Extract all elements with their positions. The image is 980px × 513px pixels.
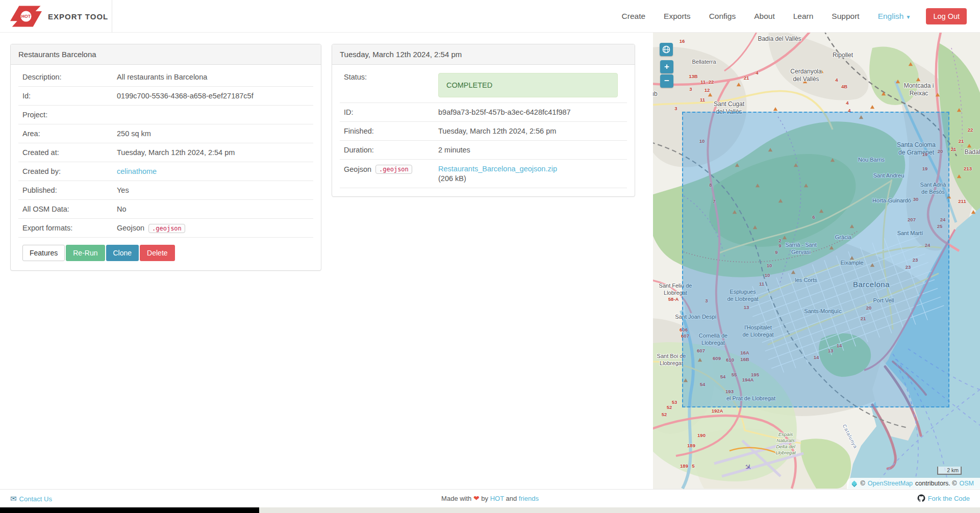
friends-link[interactable]: friends (519, 495, 539, 502)
run-id-row: ID: b9af9a73-b25f-457b-a3ec-6428fc41f987 (340, 103, 627, 122)
logout-button[interactable]: Log Out (926, 8, 967, 24)
features-button[interactable]: Features (22, 245, 65, 261)
road-number-label: 12 (705, 87, 710, 93)
road-number-label: 190 (697, 432, 706, 438)
place-label: Sant Boi deLlobregat (657, 353, 686, 367)
nav-item-exports[interactable]: Exports (664, 12, 691, 20)
road-number-label: 13B (689, 73, 697, 79)
zoom-in-button[interactable]: + (660, 60, 673, 73)
nav-items: CreateExportsConfigsAboutLearnSupport (604, 12, 860, 21)
openstreetmap-link[interactable]: OpenStreetMap (868, 480, 913, 487)
run-id-value: b9af9a73-b25f-457b-a3ec-6428fc41f987 (438, 108, 571, 116)
road-number-label: 11 (700, 79, 706, 85)
place-label: Cerdanyoladel Vallès (790, 68, 821, 83)
run-details-panel: Tuesday, March 12th 2024, 2:54 pm Status… (332, 44, 635, 197)
road-number-label: 21 (744, 75, 749, 81)
road-number-label: 3 (674, 106, 677, 111)
nav-item-support[interactable]: Support (832, 12, 859, 20)
place-label: Ripollet (833, 52, 853, 59)
download-file-link[interactable]: Restaurants_Barcelona_geojson.zip (438, 165, 557, 173)
road-number-label: 21 (959, 138, 964, 144)
road-number-label: 4B (841, 84, 847, 89)
file-size: (206 kB) (438, 174, 557, 183)
map-canvas[interactable]: ✈ Badia del VallèsBellaterraRipolletCerd… (653, 33, 980, 489)
road-number-label: 4 (846, 100, 848, 106)
place-label: Bellaterra (692, 59, 716, 66)
road-number-label: 52 (667, 404, 672, 410)
road-number-label: 213 (964, 166, 972, 171)
road-number-label: 52 (662, 412, 667, 417)
language-dropdown[interactable]: English▼ (878, 12, 911, 21)
road-number-label: 53 (672, 399, 677, 405)
brand[interactable]: HOT EXPORT TOOL (0, 0, 112, 33)
road-number-label: 189 (687, 443, 695, 448)
road-number-label: 3 (689, 86, 692, 92)
duration-value: 2 minutes (438, 146, 470, 154)
nav-item-learn[interactable]: Learn (793, 12, 814, 20)
clone-button[interactable]: Clone (106, 245, 139, 261)
table-row: Created by:celinathome (18, 162, 313, 181)
footer-credit: Made with ❤ by HOT and friends (0, 494, 980, 502)
status-row: Status: COMPLETED (340, 68, 627, 103)
road-number-label: 21 (951, 146, 957, 152)
table-row: Description:All restaurants in Barcelona (18, 68, 313, 87)
nav-item-configs[interactable]: Configs (709, 12, 736, 20)
chevron-down-icon: ▼ (906, 14, 911, 20)
created-by-link[interactable]: celinathome (117, 167, 157, 175)
svg-text:HOT: HOT (21, 14, 31, 19)
road-number-label: 4 (835, 77, 838, 83)
main-nav: CreateExportsConfigsAboutLearnSupport En… (604, 0, 980, 33)
hot-link[interactable]: HOT (490, 495, 504, 502)
export-details-table: Description:All restaurants in Barcelona… (18, 68, 313, 238)
basemap-layers-button[interactable] (660, 43, 673, 56)
export-actions: FeaturesRe-RunCloneDelete (18, 238, 313, 262)
road-number-label: 192A (712, 408, 723, 414)
zoom-out-button[interactable]: − (660, 74, 673, 88)
nav-item-about[interactable]: About (754, 12, 775, 20)
road-number-label: 5 (692, 463, 694, 469)
re-run-button[interactable]: Re-Run (66, 245, 105, 261)
heart-icon: ❤ (473, 494, 480, 502)
app-title: EXPORT TOOL (48, 12, 108, 21)
finished-row: Finished: Tuesday, March 12th 2024, 2:56… (340, 122, 627, 141)
fork-the-code-link[interactable]: Fork the Code (928, 495, 970, 502)
export-area-rectangle (682, 112, 949, 407)
road-number-label: 11 (700, 97, 705, 102)
top-navbar: HOT EXPORT TOOL CreateExportsConfigsAbou… (0, 0, 980, 33)
run-panel-title: Tuesday, March 12th 2024, 2:54 pm (332, 44, 635, 65)
table-row: Project: (18, 106, 313, 124)
table-row: Published:Yes (18, 181, 313, 200)
nav-item-create[interactable]: Create (622, 12, 646, 20)
road-number-label: 58-A (668, 296, 679, 302)
osm-link[interactable]: OSM (960, 480, 974, 487)
place-label: Montcada iReixac (904, 82, 934, 97)
export-panel-title: Restaurants Barcelona (11, 44, 321, 65)
road-number-label: 22 (709, 79, 714, 85)
table-row: Created at:Tuesday, March 12th 2024, 2:5… (18, 143, 313, 162)
table-row: Export formats:Geojson.geojson (18, 219, 313, 238)
status-label: Status: (344, 73, 438, 81)
table-row: All OSM Data:No (18, 200, 313, 219)
bottom-strip (0, 507, 980, 513)
github-icon (917, 494, 925, 502)
road-number-label: 16 (680, 38, 685, 44)
delete-button[interactable]: Delete (140, 245, 174, 261)
place-label: EspaisNaturalsDelta delLlobregat (775, 431, 796, 456)
place-label: Badalona (965, 148, 980, 156)
duration-row: Duration: 2 minutes (340, 141, 627, 160)
road-number-label: 189 (680, 463, 688, 469)
place-label: ub (653, 90, 658, 98)
finished-value: Tuesday, March 12th 2024, 2:56 pm (438, 127, 556, 135)
table-row: Area:250 sq km (18, 124, 313, 143)
geojson-format-badge: .geojson (375, 165, 412, 174)
place-label: Catalunya (841, 423, 859, 450)
map-scale-bar: 2 km (937, 467, 962, 475)
geojson-format-badge: .geojson (148, 224, 185, 233)
globe-icon (662, 45, 670, 54)
road-number-label: 22 (968, 127, 973, 133)
hot-logo-icon: HOT (10, 6, 42, 27)
status-badge: COMPLETED (438, 73, 618, 97)
road-number-label: 211 (958, 198, 966, 204)
footer: ✉ Contact Us Made with ❤ by HOT and frie… (0, 489, 980, 507)
table-row: Id:0199c700-5536-4368-a658-e5ef27187c5f (18, 87, 313, 106)
